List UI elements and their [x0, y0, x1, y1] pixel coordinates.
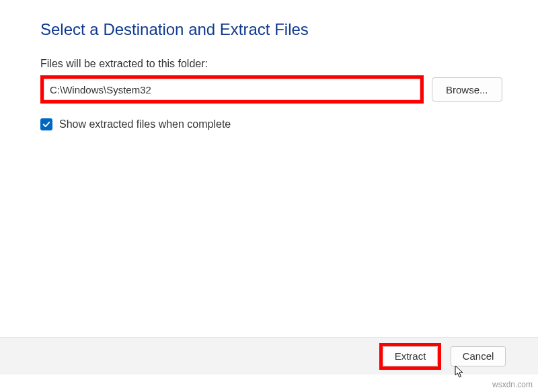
show-extracted-row: Show extracted files when complete	[40, 118, 498, 130]
dialog-content: Select a Destination and Extract Files F…	[0, 0, 538, 144]
watermark: wsxdn.com	[492, 380, 533, 389]
path-row: Browse...	[40, 75, 498, 104]
page-title: Select a Destination and Extract Files	[40, 20, 498, 39]
browse-button[interactable]: Browse...	[432, 77, 502, 102]
destination-path-input[interactable]	[44, 79, 420, 100]
checkmark-icon	[42, 120, 51, 129]
show-extracted-checkbox[interactable]	[40, 118, 52, 130]
path-highlight	[40, 75, 424, 104]
cancel-button[interactable]: Cancel	[451, 346, 506, 366]
extract-highlight: Extract	[379, 343, 441, 370]
folder-label: Files will be extracted to this folder:	[40, 58, 498, 70]
extract-button[interactable]: Extract	[383, 346, 438, 366]
show-extracted-label: Show extracted files when complete	[59, 118, 231, 130]
dialog-footer: Extract Cancel	[0, 337, 538, 375]
